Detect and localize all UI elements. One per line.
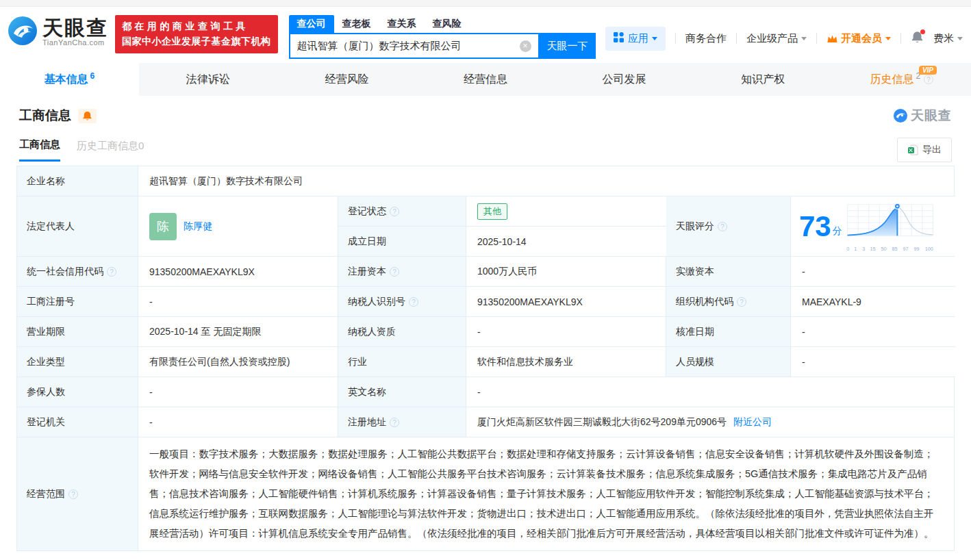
tianyancha-logo[interactable]: 天眼查 TianYanCha.com (7, 15, 108, 49)
crown-icon (827, 34, 838, 44)
chevron-down-icon (652, 37, 657, 40)
search-button[interactable]: 天眼一下 (540, 33, 596, 59)
business-scope-label: 经营范围 (27, 488, 65, 500)
search-tab-boss[interactable]: 查老板 (334, 15, 379, 33)
taxpayer-qualification-label: 纳税人资质 (338, 317, 466, 347)
insured-count-value: - (138, 377, 338, 407)
legal-rep-link[interactable]: 陈厚健 (184, 220, 212, 233)
registration-number-label: 工商注册号 (17, 287, 138, 317)
vip-badge: VIP (919, 66, 937, 75)
registry-authority-label: 登记机关 (17, 407, 138, 437)
search-tab-company[interactable]: 查公司 (289, 15, 334, 33)
search-block: 查公司 查老板 查关系 查风险 × 天眼一下 (289, 15, 596, 59)
help-icon[interactable]: ? (737, 297, 746, 307)
company-type-label: 企业类型 (17, 347, 138, 377)
industry-label: 行业 (338, 347, 466, 377)
watermark-logo: 天眼查 (893, 107, 952, 125)
user-menu[interactable]: 费米 (933, 32, 963, 45)
org-code-label: 组织机构代码 (676, 296, 733, 308)
establish-date-label: 成立日期 (338, 227, 466, 257)
tab-basic-info[interactable]: 基本信息 6 (0, 63, 139, 96)
nearby-companies-link[interactable]: 附近公司 (733, 416, 772, 429)
top-strip (0, 0, 971, 7)
help-icon[interactable]: ? (68, 489, 78, 499)
english-name-value: - (466, 377, 954, 407)
divider (736, 33, 737, 44)
enterprise-products-link[interactable]: 企业级产品 (746, 32, 807, 45)
help-icon[interactable]: ? (718, 222, 727, 231)
table-row: 企业名称 超讯智算（厦门）数字技术有限公司 (17, 166, 954, 196)
search-tab-risk[interactable]: 查风险 (425, 15, 470, 33)
credit-code-label: 统一社会信用代码 (27, 266, 103, 278)
tab-operating-risk[interactable]: 经营风险 (277, 63, 416, 96)
reg-status-label: 登记状态 (348, 205, 386, 218)
tab-operating-info[interactable]: 经营信息 (416, 63, 555, 96)
chevron-down-icon (885, 37, 891, 40)
subtab-business-info[interactable]: 工商信息 (19, 138, 60, 162)
table-row: 工商注册号 - 纳税人识别号 ? 91350200MAEXAYKL9X 组织机构… (17, 287, 954, 317)
tab-legal[interactable]: 法律诉讼 (139, 63, 278, 96)
approval-date-value: - (791, 317, 955, 347)
page: { "colors": { "brand_blue": "#0084ff", "… (0, 0, 971, 551)
header-nav: 应用 商务合作 企业级产品 开通会员 费米 (605, 25, 963, 52)
legal-rep-avatar[interactable]: 陈 (149, 213, 177, 240)
subscribe-bell-icon[interactable] (78, 109, 97, 123)
section-title: 工商信息 (19, 107, 71, 125)
tab-company-development[interactable]: 公司发展 (555, 63, 694, 96)
help-icon[interactable]: ? (107, 267, 116, 277)
search-tabs: 查公司 查老板 查关系 查风险 (289, 15, 596, 33)
help-icon[interactable]: ? (390, 207, 399, 216)
registry-authority-value: - (138, 407, 338, 437)
table-row: 企业类型 有限责任公司(自然人投资或控股) 行业 软件和信息技术服务业 人员规模… (17, 347, 954, 377)
insured-count-label: 参保人数 (17, 377, 138, 407)
company-nav-tabs: 基本信息 6 法律诉讼 经营风险 经营信息 公司发展 知识产权 VIP 历史信息… (0, 63, 971, 96)
subtab-history-business-info[interactable]: 历史工商信息0 (77, 140, 144, 161)
export-button[interactable]: 导出 (897, 138, 952, 162)
username: 费米 (933, 32, 954, 45)
score-label: 天眼评分 (676, 220, 714, 233)
clear-search-icon[interactable]: × (520, 40, 531, 52)
help-icon[interactable]: ? (390, 267, 399, 277)
paid-capital-label: 实缴资本 (666, 257, 791, 287)
score-distribution-chart: 0 1 3 15 50 85 97 99 100 (846, 201, 934, 252)
tab-history-info[interactable]: VIP 历史信息 2 ? (832, 63, 971, 96)
establish-date-value: 2025-10-14 (466, 227, 666, 257)
business-term-label: 营业期限 (17, 317, 138, 347)
taxpayer-id-label: 纳税人识别号 (348, 296, 405, 308)
score-unit: 分 (833, 225, 842, 238)
search-input[interactable] (290, 40, 520, 52)
slogan-banner: 都在用的商业查询工具 国家中小企业发展子基金旗下机构 (115, 15, 278, 53)
grid-icon (614, 32, 624, 44)
org-code-value: MAEXAYKL-9 (791, 287, 955, 317)
english-name-label: 英文名称 (338, 377, 466, 407)
divider (675, 33, 676, 44)
apps-menu[interactable]: 应用 (605, 27, 666, 51)
open-vip-link[interactable]: 开通会员 (827, 32, 891, 45)
help-icon[interactable]: ? (924, 75, 933, 84)
help-icon[interactable]: ? (390, 418, 399, 427)
status-badge: 其他 (477, 203, 507, 220)
registration-number-value: - (138, 287, 338, 317)
tianyan-score: 73 分 (791, 196, 955, 257)
business-scope-value: 一般项目：数字技术服务；大数据服务；数据处理服务；人工智能公共数据平台；数据处理… (138, 437, 954, 551)
registered-capital-label: 注册资本 (348, 266, 386, 278)
divider (816, 33, 817, 44)
business-cooperation-link[interactable]: 商务合作 (685, 32, 727, 45)
staff-size-label: 人员规模 (666, 347, 791, 377)
chevron-down-icon (957, 37, 963, 40)
excel-icon (907, 144, 922, 155)
notifications-bell-icon[interactable] (911, 31, 924, 47)
logo-name: 天眼查 (42, 18, 108, 38)
taxpayer-qualification-value: - (466, 317, 666, 347)
help-icon[interactable]: ? (409, 297, 418, 307)
staff-size-value: - (791, 347, 955, 377)
registered-capital-value: 1000万人民币 (466, 257, 666, 287)
credit-code-value: 91350200MAEXAYKL9X (138, 257, 338, 287)
registered-address-value: 厦门火炬高新区软件园三期诚毅北大街62号209单元0906号 (477, 416, 727, 429)
search-tab-relation[interactable]: 查关系 (379, 15, 425, 33)
tab-intellectual-property[interactable]: 知识产权 (694, 63, 833, 96)
score-axis: 0 1 3 15 50 85 97 99 100 (846, 246, 934, 252)
notification-dot (920, 29, 925, 34)
table-row: 登记机关 - 注册地址 ? 厦门火炬高新区软件园三期诚毅北大街62号209单元0… (17, 407, 954, 437)
chevron-down-icon (801, 37, 807, 40)
